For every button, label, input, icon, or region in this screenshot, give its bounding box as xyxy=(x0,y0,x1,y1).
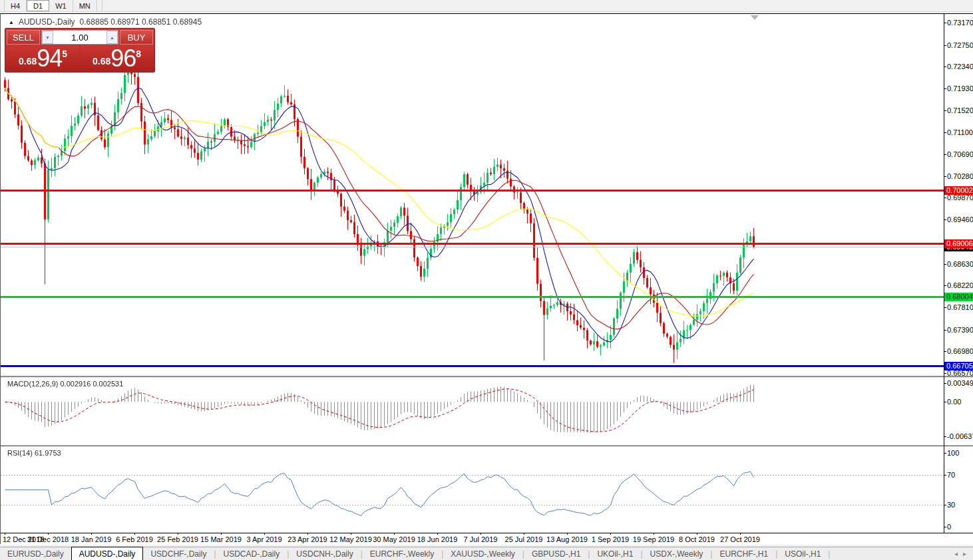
date-axis-tick-mark xyxy=(567,533,568,535)
price-axis-tick: 0.70280 xyxy=(947,172,973,180)
macd-axis-tick-mark xyxy=(944,402,946,402)
timeframe-button-w1[interactable]: W1 xyxy=(49,0,73,11)
tab-ukoil-h1[interactable]: UKOil-,H1 xyxy=(590,547,640,560)
price-axis-tick: 0.70690 xyxy=(947,150,973,158)
price-axis-tick-mark xyxy=(944,88,946,89)
date-axis-tick-mark xyxy=(307,533,308,535)
price-axis-tick: 0.68630 xyxy=(947,260,973,268)
rsi-indicator-canvas[interactable] xyxy=(1,446,944,533)
buy-price-pipette: 8 xyxy=(136,49,141,59)
tab-scroll-left-icon[interactable]: ◂ xyxy=(954,550,958,557)
horizontal-level-line[interactable] xyxy=(1,190,944,192)
rsi-axis-tick-mark xyxy=(944,505,946,505)
macd-axis-tick-mark xyxy=(944,383,946,384)
tab-usdx-weekly[interactable]: USDX-,Weekly xyxy=(643,547,711,560)
volume-decrease-button[interactable]: ▼ xyxy=(42,31,53,44)
timeframe-button-h4[interactable]: H4 xyxy=(4,0,27,11)
date-axis-label: 19 Sep 2019 xyxy=(633,535,674,543)
tab-xauusd-weekly[interactable]: XAUUSD-,Weekly xyxy=(443,547,522,560)
volume-input[interactable]: 1.00 xyxy=(53,31,106,44)
chart-symbol-label: AUDUSD-,Daily xyxy=(19,17,75,27)
date-axis-label: 27 Oct 2019 xyxy=(720,535,760,543)
price-axis-tick-mark xyxy=(944,154,946,155)
date-axis-tick-mark xyxy=(481,533,481,535)
buy-button[interactable]: BUY xyxy=(120,30,153,45)
volume-increase-button[interactable]: ▲ xyxy=(106,31,118,44)
tab-eurchf-weekly[interactable]: EURCHF-,Weekly xyxy=(363,547,441,560)
date-axis-label: 7 Jul 2019 xyxy=(464,535,498,543)
tab-eurchf-h1[interactable]: EURCHF-,H1 xyxy=(713,547,776,560)
rsi-axis-tick-mark xyxy=(944,453,946,454)
sell-price-big: 94 xyxy=(37,47,62,70)
macd-indicator-canvas[interactable] xyxy=(1,377,944,445)
tab-usoil-h1[interactable]: USOil-,H1 xyxy=(777,547,828,560)
collapse-arrow-icon[interactable]: ▲ xyxy=(9,19,14,25)
macd-indicator-label: MACD(12,26,9) 0.002916 0.002531 xyxy=(7,380,123,388)
rsi-axis-tick: 70 xyxy=(947,471,955,479)
date-axis-label: 31 Dec 2018 xyxy=(27,535,69,543)
toolbar-separator xyxy=(97,0,102,11)
rsi-axis-tick-mark xyxy=(944,475,946,476)
buy-price-button[interactable]: 0.68 96 8 xyxy=(81,45,153,70)
price-axis-tick: 0.71930 xyxy=(947,84,973,92)
price-axis-tick-mark xyxy=(944,45,946,46)
price-axis-tick: 0.72340 xyxy=(947,63,973,70)
price-axis-tick-mark xyxy=(944,219,946,220)
date-axis-tick-mark xyxy=(524,533,524,535)
date-axis-tick-mark xyxy=(91,533,92,535)
timeframe-button-mn[interactable]: MN xyxy=(73,0,97,11)
date-axis-tick-mark xyxy=(351,533,351,535)
date-axis-label: 23 Apr 2019 xyxy=(288,535,327,543)
tab-usdcnh-daily[interactable]: USDCNH-,Daily xyxy=(289,547,360,560)
date-axis-tick-mark xyxy=(394,533,395,535)
date-axis-tick-mark xyxy=(48,533,49,535)
horizontal-level-line[interactable] xyxy=(1,243,944,245)
sell-price-button[interactable]: 0.68 94 5 xyxy=(7,45,79,70)
price-axis-tick-mark xyxy=(944,264,946,265)
date-axis-label: 6 Feb 2019 xyxy=(116,535,153,543)
pane-splitter[interactable] xyxy=(1,375,973,377)
rsi-axis-tick: 100 xyxy=(947,449,959,457)
macd-axis-tick: -0.00637 xyxy=(947,432,973,440)
tab-audusd-daily[interactable]: AUDUSD-,Daily xyxy=(71,547,144,560)
trading-platform-window: H4D1W1MN ▲ AUDUSD-,Daily 0.68885 0.68971… xyxy=(0,0,973,560)
price-axis-tick: 0.67810 xyxy=(947,303,973,311)
sell-button[interactable]: SELL xyxy=(7,30,40,45)
macd-axis-tick-mark xyxy=(944,436,946,437)
pane-splitter[interactable] xyxy=(1,445,973,446)
date-axis-label: 3 Apr 2019 xyxy=(246,535,282,543)
tab-scroll-right-icon[interactable]: ▸ xyxy=(963,550,966,557)
level-price-label: 0.70002 xyxy=(944,186,973,195)
date-axis-label: 12 May 2019 xyxy=(329,535,372,543)
tab-gbpusd-h1[interactable]: GBPUSD-,H1 xyxy=(524,547,588,560)
tab-usdcad-daily[interactable]: USDCAD-,Daily xyxy=(216,547,288,560)
rsi-axis-tick: 30 xyxy=(947,501,955,509)
price-axis-tick-mark xyxy=(944,198,946,198)
volume-stepper: ▼ 1.00 ▲ xyxy=(41,30,118,45)
date-axis-tick-mark xyxy=(221,533,222,535)
current-price-line xyxy=(1,247,944,247)
price-axis-tick-mark xyxy=(944,176,946,177)
tab-usdchf-daily[interactable]: USDCHF-,Daily xyxy=(143,547,214,560)
tab-scroll-buttons: ◂▸ xyxy=(954,547,973,560)
date-axis-tick-mark xyxy=(134,533,135,535)
horizontal-level-line[interactable] xyxy=(1,296,944,298)
price-axis-tick-mark xyxy=(944,23,946,23)
price-axis-tick: 0.68220 xyxy=(947,281,973,289)
date-axis-label: 25 Jul 2019 xyxy=(505,535,543,543)
chart-shift-marker-icon[interactable] xyxy=(751,15,759,20)
level-price-label: 0.69006 xyxy=(944,239,973,248)
tab-eurusd-daily[interactable]: EURUSD-,Daily xyxy=(0,547,71,560)
date-axis-tick-mark xyxy=(697,533,697,535)
price-axis-line xyxy=(944,14,944,533)
chart-tab-bar: EURUSD-,DailyAUDUSD-,DailyUSDCHF-,Daily|… xyxy=(0,547,973,560)
tab-separator: | xyxy=(828,547,830,560)
price-axis-tick: 0.67390 xyxy=(947,326,973,334)
timeframe-button-d1[interactable]: D1 xyxy=(27,0,49,11)
chart-ohlc-values: 0.68885 0.68971 0.68851 0.68945 xyxy=(80,17,202,27)
macd-axis-tick: 0.00349 xyxy=(947,379,973,387)
date-axis-label: 18 Jan 2019 xyxy=(71,535,112,543)
date-axis-label: 30 May 2019 xyxy=(373,535,415,543)
price-axis-tick-mark xyxy=(944,67,946,67)
horizontal-level-line[interactable] xyxy=(1,365,944,367)
